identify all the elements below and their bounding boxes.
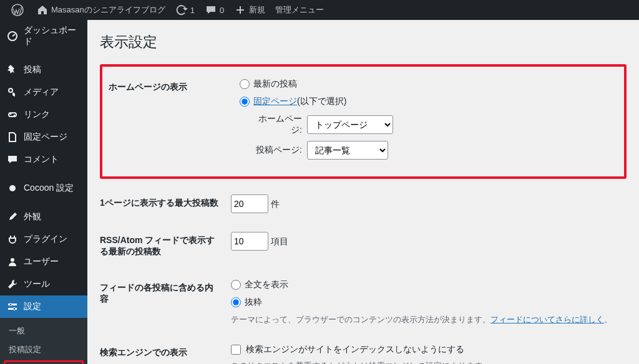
content-area: 表示設定 ホームページの表示 最新の投稿 固定ページ (以下で選択) <box>87 20 639 364</box>
tool-icon <box>6 278 19 290</box>
settings-submenu: 一般 投稿設定 表示設定 ディスカッション メディア パーマリンク プライバシー <box>0 318 87 364</box>
plug-icon <box>6 233 19 246</box>
menu-cocoon[interactable]: Cocoon 設定 <box>0 177 87 199</box>
feed-description: テーマによって、ブラウザーでのコンテンツの表示方法が決まります。フィードについて… <box>231 314 620 325</box>
menu-label: ダッシュボード <box>24 25 81 47</box>
updates-link[interactable]: 1 <box>170 0 200 20</box>
pin-icon <box>6 64 19 76</box>
menu-label: Cocoon 設定 <box>24 183 74 194</box>
plus-icon <box>234 4 246 16</box>
search-note: このリクエストを尊重するかどうかは検索エンジンの設定によります。 <box>231 360 620 364</box>
svg-point-2 <box>9 89 12 92</box>
svg-point-4 <box>11 258 14 262</box>
menu-label: 外観 <box>24 211 41 223</box>
per-page-label: 1ページに表示する最大投稿数 <box>100 185 225 223</box>
radio-latest-posts[interactable] <box>240 79 250 89</box>
menu-links[interactable]: リンク <box>0 103 87 126</box>
site-name: Masasanのシニアライフブログ <box>51 4 165 16</box>
menu-label: 固定ページ <box>24 132 67 143</box>
menu-appearance[interactable]: 外観 <box>0 206 87 228</box>
svg-point-3 <box>9 185 16 191</box>
menu-comments[interactable]: コメント <box>0 148 87 171</box>
homepage-radio-static[interactable]: 固定ページ (以下で選択) <box>240 96 612 107</box>
menu-label: メディア <box>24 87 59 98</box>
link-icon <box>6 108 19 121</box>
radio-excerpt[interactable] <box>231 297 241 307</box>
menu-label: ユーザー <box>24 256 59 267</box>
posts-select-label: 投稿ページ: <box>252 145 302 156</box>
radio-label: 最新の投稿 <box>253 79 297 90</box>
settings-icon <box>6 300 19 313</box>
radio-full-text[interactable] <box>231 280 241 290</box>
admin-menu-label: 管理メニュー <box>275 4 324 16</box>
menu-media[interactable]: メディア <box>0 81 87 103</box>
cocoon-icon <box>6 182 19 194</box>
posts-per-page-input[interactable] <box>231 194 268 213</box>
feed-content-label: フィードの各投稿に含める内容 <box>100 270 225 335</box>
new-content-link[interactable]: 新規 <box>229 0 270 20</box>
home-icon <box>36 4 49 16</box>
feed-learn-more-link[interactable]: フィードについてさらに詳しく <box>490 315 604 324</box>
feed-radio-full[interactable]: 全文を表示 <box>231 279 620 290</box>
comment-icon <box>205 4 217 16</box>
svg-point-8 <box>13 308 16 310</box>
menu-settings[interactable]: 設定 <box>0 295 87 318</box>
menu-pages[interactable]: 固定ページ <box>0 126 87 148</box>
homepage-label: ホームページの表示 <box>109 69 233 174</box>
home-page-select[interactable]: トップページ <box>307 115 393 134</box>
rss-items-input[interactable] <box>231 232 268 251</box>
page-icon <box>6 131 19 143</box>
update-icon <box>175 4 188 16</box>
homepage-radio-latest[interactable]: 最新の投稿 <box>240 79 612 90</box>
menu-tools[interactable]: ツール <box>0 273 87 295</box>
rss-label: RSS/Atom フィードで表示する最新の投稿数 <box>100 223 225 270</box>
admin-sidebar: ダッシュボード 投稿 メディア リンク 固定ページ コメント Cocoon 設定… <box>0 20 87 364</box>
menu-label: ツール <box>24 279 50 290</box>
menu-plugins[interactable]: プラグイン <box>0 228 87 251</box>
radio-static-page[interactable] <box>240 97 250 107</box>
static-page-link[interactable]: 固定ページ <box>253 96 297 107</box>
svg-point-7 <box>9 304 12 306</box>
checkbox-label: 検索エンジンがサイトをインデックスしないようにする <box>246 344 464 355</box>
menu-posts[interactable]: 投稿 <box>0 59 87 81</box>
updates-count: 1 <box>190 6 195 15</box>
search-checkbox-row[interactable]: 検索エンジンがサイトをインデックスしないようにする <box>231 344 620 355</box>
menu-users[interactable]: ユーザー <box>0 251 87 273</box>
menu-label: 投稿 <box>24 64 41 75</box>
menu-label: リンク <box>24 109 50 120</box>
radio-suffix: (以下で選択) <box>297 96 346 107</box>
sub-general[interactable]: 一般 <box>0 322 87 340</box>
menu-dashboard[interactable]: ダッシュボード <box>0 20 87 52</box>
comments-link[interactable]: 0 <box>200 0 229 20</box>
media-icon <box>6 86 19 98</box>
site-name-link[interactable]: Masasanのシニアライフブログ <box>31 0 170 20</box>
feed-radio-excerpt[interactable]: 抜粋 <box>231 297 620 308</box>
homepage-section-highlight: ホームページの表示 最新の投稿 固定ページ (以下で選択) ホームページ: <box>100 64 627 179</box>
user-icon <box>6 256 19 268</box>
radio-label: 抜粋 <box>245 297 262 308</box>
discourage-search-checkbox[interactable] <box>231 345 241 355</box>
menu-label: コメント <box>24 154 59 165</box>
sub-writing[interactable]: 投稿設定 <box>0 340 87 359</box>
sub-reading[interactable]: 表示設定 <box>4 360 84 364</box>
comment-icon <box>6 153 19 166</box>
posts-page-select[interactable]: 記事一覧 <box>307 141 388 160</box>
unit-label: 項目 <box>271 236 288 246</box>
wordpress-icon <box>11 4 24 16</box>
menu-label: プラグイン <box>24 234 67 245</box>
menu-label: 設定 <box>24 301 41 312</box>
dashboard-icon <box>6 30 19 42</box>
brush-icon <box>6 211 19 223</box>
radio-label: 全文を表示 <box>245 279 288 290</box>
new-label: 新規 <box>249 4 265 16</box>
comments-count: 0 <box>220 6 224 15</box>
wp-logo[interactable] <box>6 0 31 20</box>
unit-label: 件 <box>271 199 280 209</box>
page-title: 表示設定 <box>100 32 627 52</box>
search-visibility-label: 検索エンジンでの表示 <box>100 335 225 364</box>
admin-menu-link[interactable]: 管理メニュー <box>270 0 329 20</box>
admin-toolbar: Masasanのシニアライフブログ 1 0 新規 管理メニュー <box>0 0 639 20</box>
home-select-label: ホームページ: <box>252 113 302 136</box>
